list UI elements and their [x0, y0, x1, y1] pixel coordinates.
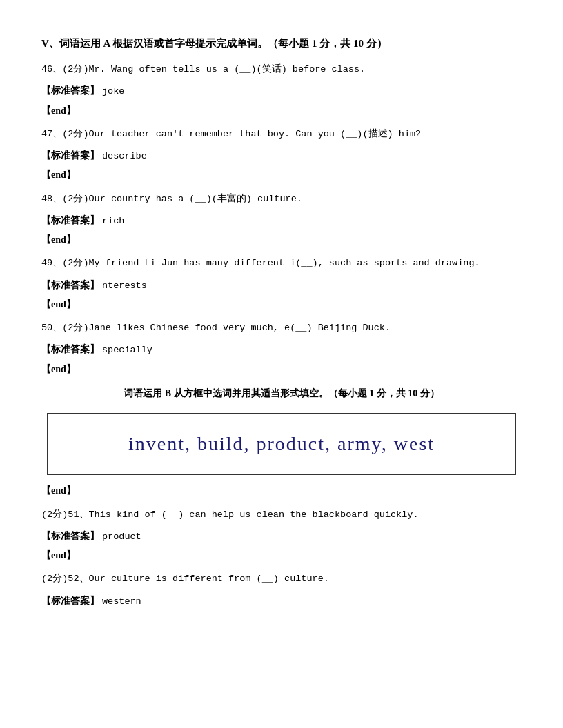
question-46-answer: 【标准答案】joke: [41, 82, 522, 100]
question-50-answer: 【标准答案】specially: [41, 341, 522, 358]
section-v-title: V、词语运用 A 根据汉语或首字母提示完成单词。（每小题 1 分，共 10 分）: [41, 34, 522, 53]
question-49: 49、(2分)My friend Li Jun has many differe…: [41, 255, 522, 313]
answer-value-50: specially: [102, 345, 152, 355]
end-label-50: 【end】: [41, 361, 522, 378]
answer-value-48: rich: [102, 216, 124, 226]
question-52-text: (2分)52、Our culture is different from (__…: [41, 571, 522, 587]
questions-a-container: 46、(2分)Mr. Wang often tells us a (__)(笑话…: [41, 61, 522, 378]
question-49-text: 49、(2分)My friend Li Jun has many differe…: [41, 255, 522, 272]
end-label-49: 【end】: [41, 296, 522, 313]
question-51-text: (2分)51、This kind of (__) can help us cle…: [41, 507, 522, 523]
question-47-answer: 【标准答案】describe: [41, 147, 522, 165]
answer-label-49: 【标准答案】: [41, 280, 99, 290]
question-48-text: 48、(2分)Our country has a (__)(丰富的) cultu…: [41, 191, 522, 208]
question-47: 47、(2分)Our teacher can't remember that b…: [41, 126, 522, 184]
answer-value-51: product: [102, 532, 141, 542]
question-46-text: 46、(2分)Mr. Wang often tells us a (__)(笑话…: [41, 61, 522, 78]
question-47-text: 47、(2分)Our teacher can't remember that b…: [41, 126, 522, 143]
end-label-b-pre: 【end】: [41, 482, 522, 499]
question-49-answer: 【标准答案】nterests: [41, 276, 522, 294]
answer-label-48: 【标准答案】: [41, 215, 99, 225]
question-51-answer: 【标准答案】product: [41, 527, 522, 545]
answer-label-46: 【标准答案】: [41, 85, 99, 96]
question-50: 50、(2分)Jane likes Chinese food very much…: [41, 320, 522, 378]
answer-label-52: 【标准答案】: [41, 596, 99, 606]
subsection-b-title: 词语运用 B 从方框中选词并用其适当形式填空。（每小题 1 分，共 10 分）: [41, 385, 522, 402]
answer-label-51: 【标准答案】: [41, 531, 99, 541]
question-52: (2分)52、Our culture is different from (__…: [41, 571, 522, 610]
question-52-answer: 【标准答案】western: [41, 592, 522, 610]
word-box: invent, build, product, army, west: [47, 413, 516, 475]
answer-value-52: western: [102, 596, 141, 607]
question-48: 48、(2分)Our country has a (__)(丰富的) cultu…: [41, 191, 522, 249]
answer-value-47: describe: [102, 151, 147, 161]
question-50-text: 50、(2分)Jane likes Chinese food very much…: [41, 320, 522, 336]
answer-label-47: 【标准答案】: [41, 150, 99, 161]
questions-b-container: 【end】 (2分)51、This kind of (__) can help …: [41, 482, 522, 610]
question-51: (2分)51、This kind of (__) can help us cle…: [41, 507, 522, 565]
answer-label-50: 【标准答案】: [41, 344, 99, 354]
word-box-content: invent, build, product, army, west: [128, 433, 435, 454]
answer-value-46: joke: [102, 86, 124, 97]
question-46: 46、(2分)Mr. Wang often tells us a (__)(笑话…: [41, 61, 522, 119]
end-label-48: 【end】: [41, 231, 522, 248]
end-label-47: 【end】: [41, 166, 522, 183]
end-label-51: 【end】: [41, 547, 522, 564]
question-48-answer: 【标准答案】rich: [41, 212, 522, 230]
answer-value-49: nterests: [102, 281, 147, 291]
end-label-46: 【end】: [41, 102, 522, 119]
